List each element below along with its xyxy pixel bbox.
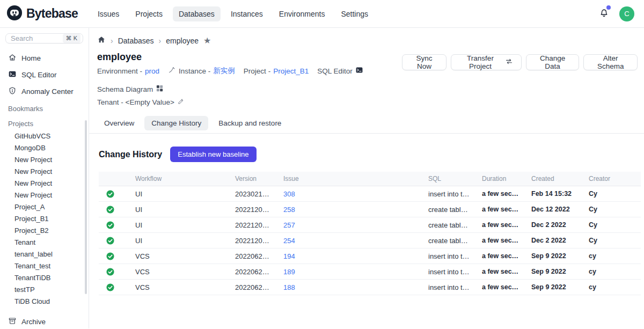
sidebar-item-label: Archive: [21, 318, 46, 326]
change-history-row[interactable]: VCS 202206270010 188 insert into test va…: [99, 280, 641, 295]
nav-link[interactable]: Settings: [335, 6, 374, 21]
notifications-button[interactable]: [598, 7, 610, 20]
column-header[interactable]: Duration: [477, 172, 526, 186]
change-data-button[interactable]: Change Data: [526, 54, 579, 70]
schema-diagram-shortcut[interactable]: Schema Diagram: [97, 84, 164, 94]
breadcrumb-home-icon[interactable]: [97, 35, 106, 46]
alter-schema-button[interactable]: Alter Schema: [583, 54, 638, 70]
environment-link[interactable]: prod: [145, 67, 159, 75]
instance-label: Instance -: [179, 67, 210, 75]
sidebar-project-item[interactable]: Project_A: [0, 201, 89, 213]
sidebar-item-anomaly-center[interactable]: Anomaly Center: [0, 83, 89, 100]
created-cell: Sep 9 2022: [526, 280, 583, 295]
issue-link[interactable]: 189: [283, 268, 295, 276]
issue-link[interactable]: 257: [283, 221, 295, 229]
sidebar-project-item[interactable]: tenant_label: [0, 248, 89, 260]
version-cell: 202206270013: [230, 248, 278, 264]
tab[interactable]: Overview: [97, 116, 141, 130]
schema-diagram-icon: [156, 84, 164, 94]
archive-icon: [8, 317, 17, 327]
issue-link[interactable]: 308: [283, 190, 295, 198]
created-cell: Feb 14 15:32: [526, 186, 583, 202]
column-header[interactable]: Version: [230, 172, 278, 186]
sql-cell: create table test789 (id int PRIMARY KEY…: [423, 217, 477, 233]
bytebase-logo[interactable]: Bytebase: [6, 5, 78, 23]
sidebar-project-item[interactable]: TiDB Cloud: [0, 295, 89, 307]
change-history-row[interactable]: UI 20221202074022 254 create table test1…: [99, 233, 641, 248]
change-history-row[interactable]: UI 20221202081649 257 create table test7…: [99, 217, 641, 233]
column-header[interactable]: Workflow: [130, 172, 230, 186]
nav-link[interactable]: Databases: [173, 6, 221, 21]
project-label: Project -: [244, 67, 270, 75]
version-cell: 20221202081649: [230, 217, 278, 233]
creator-cell: Cy: [583, 233, 641, 248]
workflow-cell: UI: [130, 217, 230, 233]
change-history-row[interactable]: VCS 202206270011 189 insert into test va…: [99, 264, 641, 280]
success-check-icon: [106, 190, 125, 198]
instance-link[interactable]: 新实例: [213, 66, 235, 76]
sidebar-item-archive[interactable]: Archive: [0, 313, 89, 329]
home-icon: [8, 53, 17, 63]
page-title: employee: [97, 52, 402, 63]
sql-cell: insert into test values (123): [423, 248, 477, 264]
column-header[interactable]: Issue: [278, 172, 423, 186]
sidebar-project-item[interactable]: New Project: [0, 189, 89, 201]
issue-link[interactable]: 188: [283, 283, 295, 291]
sidebar-project-item[interactable]: Project_B2: [0, 224, 89, 236]
change-history-row[interactable]: VCS 202206270013 194 insert into test va…: [99, 248, 641, 264]
sidebar-project-item[interactable]: Project_B1: [0, 213, 89, 224]
issue-link[interactable]: 258: [283, 206, 295, 214]
tab[interactable]: Backup and restore: [211, 116, 288, 130]
column-header[interactable]: SQL: [423, 172, 477, 186]
bookmark-star-icon[interactable]: ★: [203, 36, 211, 45]
breadcrumb-databases[interactable]: Databases: [118, 36, 154, 45]
column-header[interactable]: Created: [526, 172, 583, 186]
duration-cell: a few seconds: [477, 186, 526, 202]
change-history-row[interactable]: UI 20221202081843 258 create table test7…: [99, 202, 641, 217]
main-content: › Databases › employee ★ employee Enviro…: [89, 28, 644, 328]
sync-now-button[interactable]: Sync Now: [402, 54, 447, 70]
sidebar-project-item[interactable]: GitHubVCS: [0, 130, 89, 142]
terminal-icon: [8, 70, 17, 80]
search-shortcut-kbd: ⌘ K: [63, 34, 80, 43]
issue-link[interactable]: 254: [283, 237, 295, 245]
workflow-cell: UI: [130, 202, 230, 217]
establish-baseline-button[interactable]: Establish new baseline: [170, 147, 256, 162]
sidebar-project-item[interactable]: MongoDB: [0, 142, 89, 153]
sidebar-project-item[interactable]: TenantTiDB: [0, 272, 89, 283]
nav-link[interactable]: Environments: [273, 6, 331, 21]
sidebar: Search ⌘ K Home SQL Editor: [0, 28, 89, 328]
version-cell: 202206270011: [230, 264, 278, 280]
breadcrumb-employee[interactable]: employee: [166, 36, 199, 45]
tab[interactable]: Change History: [144, 116, 208, 130]
edit-pencil-icon[interactable]: [177, 98, 185, 107]
sidebar-scrollbar[interactable]: [85, 120, 87, 294]
sidebar-project-item[interactable]: New Project: [0, 165, 89, 177]
sidebar-project-item[interactable]: Tenant_test: [0, 260, 89, 272]
nav-link[interactable]: Instances: [225, 6, 269, 21]
project-link[interactable]: Project_B1: [273, 67, 309, 75]
notification-dot: [606, 5, 611, 10]
user-avatar[interactable]: C: [619, 6, 634, 21]
column-header-status[interactable]: [99, 172, 130, 186]
sidebar-item-sql-editor[interactable]: SQL Editor: [0, 67, 89, 83]
sidebar-project-item[interactable]: New Project: [0, 153, 89, 165]
column-header[interactable]: Creator: [583, 172, 641, 186]
nav-link[interactable]: Issues: [92, 6, 125, 21]
transfer-project-button[interactable]: Transfer Project: [451, 54, 522, 70]
change-history-row[interactable]: UI 20230214072448 308 insert into test v…: [99, 186, 641, 202]
tenant-label: Tenant - <Empty Value>: [97, 98, 174, 106]
issue-link[interactable]: 194: [283, 252, 295, 260]
nav-link[interactable]: Projects: [129, 6, 169, 21]
bytebase-logo-icon: [6, 5, 23, 23]
search-input[interactable]: Search ⌘ K: [5, 33, 83, 43]
duration-cell: a few seconds: [477, 233, 526, 248]
version-cell: 20230214072448: [230, 186, 278, 202]
sidebar-project-item[interactable]: Tenant: [0, 236, 89, 248]
sql-editor-shortcut[interactable]: SQL Editor: [317, 66, 363, 76]
transfer-arrows-icon: [505, 57, 513, 67]
sidebar-project-item[interactable]: testTP: [0, 283, 89, 295]
sidebar-item-home[interactable]: Home: [0, 50, 89, 67]
terminal-icon: [355, 66, 363, 76]
sidebar-project-item[interactable]: New Project: [0, 177, 89, 189]
